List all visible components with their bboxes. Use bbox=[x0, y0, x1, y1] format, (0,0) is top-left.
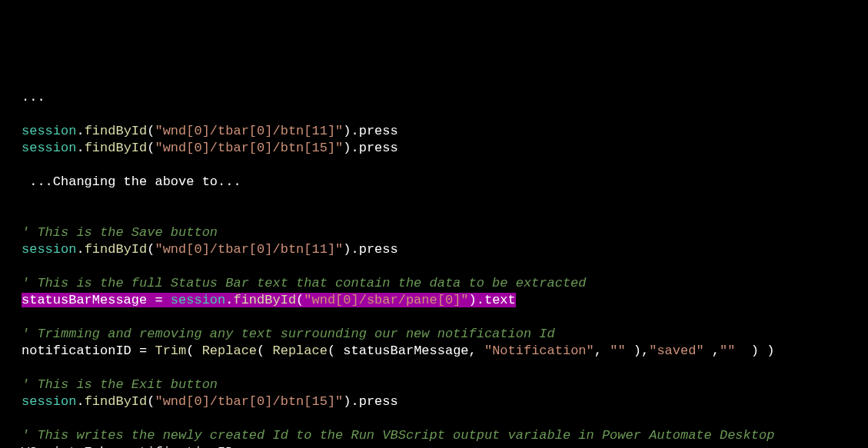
code-block: ...session.findById("wnd[0]/tbar[0]/btn[… bbox=[22, 89, 868, 448]
